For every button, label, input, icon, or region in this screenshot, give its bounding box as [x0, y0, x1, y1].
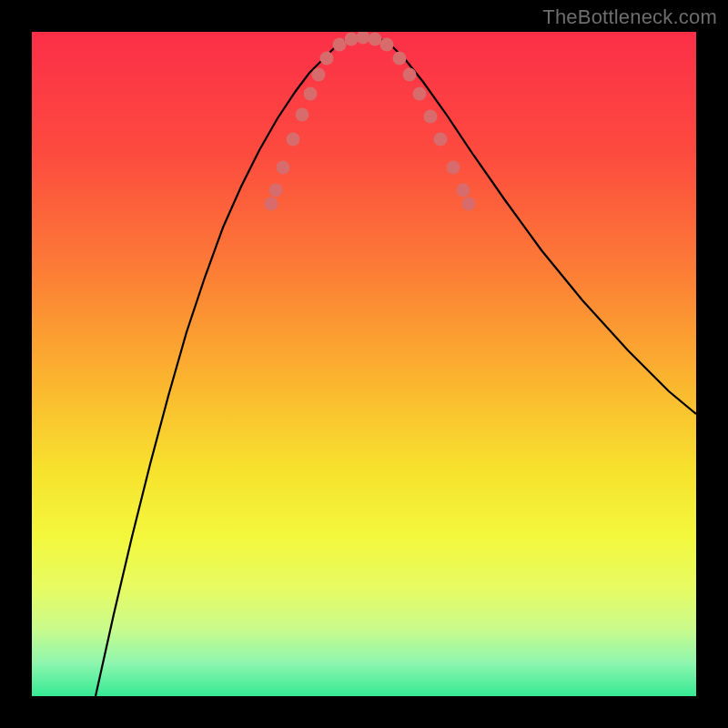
- outer-frame: TheBottleneck.com: [0, 0, 728, 728]
- marker-dot: [413, 87, 427, 101]
- marker-dot: [403, 68, 417, 82]
- marker-dot: [269, 184, 283, 197]
- marker-dot: [265, 197, 278, 211]
- marker-dot: [447, 161, 460, 175]
- marker-dot: [462, 197, 476, 211]
- marker-dot: [287, 133, 300, 147]
- marker-dot: [312, 68, 326, 82]
- gradient-rect: [32, 32, 696, 696]
- plot-svg: [32, 32, 696, 696]
- marker-dot: [424, 110, 438, 124]
- marker-dot: [296, 108, 309, 122]
- marker-dot: [345, 33, 359, 46]
- marker-dot: [457, 184, 470, 197]
- marker-dot: [333, 38, 347, 52]
- marker-dot: [393, 52, 407, 66]
- marker-dot: [380, 38, 394, 52]
- plot-area: [32, 32, 696, 696]
- marker-dot: [434, 133, 448, 147]
- watermark-text: TheBottleneck.com: [542, 5, 717, 29]
- marker-dot: [369, 33, 382, 46]
- marker-dot: [320, 52, 334, 66]
- marker-dot: [304, 87, 318, 101]
- marker-dot: [277, 161, 290, 175]
